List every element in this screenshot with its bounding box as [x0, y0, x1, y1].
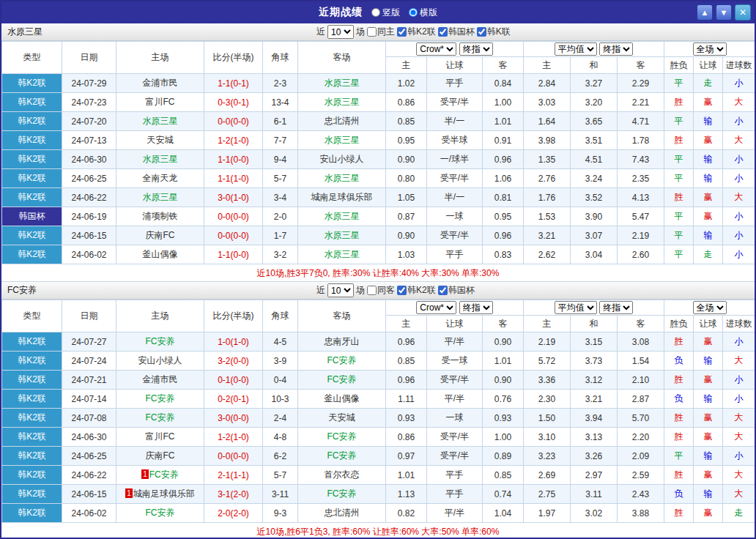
away-team-name: FC安养: [327, 355, 357, 365]
corner-cell: 13-4: [263, 93, 298, 112]
section-header: 水原三星 近 10 场 同主 韩K2联韩国杯韩K联: [1, 23, 755, 41]
match-row: 韩K2联24-06-25全南天龙1-1(1-0)5-7水原三星0.80受平/半1…: [2, 169, 755, 188]
league-filter[interactable]: 韩K联: [477, 26, 511, 38]
result-cell: 负: [664, 352, 694, 371]
asian-handicap-cell: 半/一: [427, 188, 483, 207]
league-checkbox[interactable]: [438, 286, 448, 295]
match-date-cell: 24-07-20: [62, 112, 116, 131]
away-team-name: 水原三星: [325, 173, 360, 183]
recent-count-select[interactable]: 10: [327, 283, 354, 297]
score-cell: 1-1(1-0): [204, 169, 263, 188]
euro-home-odds-cell: 2.84: [524, 74, 571, 93]
matches-table: 类型 日期 主场 比分(半场) 角球 客场 Crow* 终指 平均值 终指: [1, 300, 755, 523]
horizontal-layout-label: 横版: [420, 7, 437, 19]
col-header-away: 客场: [298, 300, 386, 332]
layout-option-vertical[interactable]: 竖版: [371, 7, 400, 19]
scope-select[interactable]: 全场: [693, 42, 727, 56]
home-team-name: 富川FC: [146, 431, 175, 442]
asian-final-odds-select[interactable]: 终指: [459, 42, 493, 56]
league-checkbox[interactable]: [477, 27, 486, 37]
result-cell: 胜: [664, 371, 694, 390]
result-cell: 胜: [664, 409, 694, 428]
away-team-name: 首尔衣恋: [325, 469, 360, 480]
euro-final-odds-select[interactable]: 终指: [599, 42, 633, 56]
league-filter[interactable]: 韩国杯: [438, 26, 475, 38]
average-odds-select[interactable]: 平均值: [555, 301, 597, 314]
home-team-cell: 富川FC: [116, 93, 204, 112]
same-venue-filter[interactable]: 同主: [367, 26, 395, 38]
col-header-asian-away: 客: [483, 316, 524, 332]
home-team-cell: 全南天龙: [116, 169, 204, 188]
vertical-layout-radio[interactable]: [371, 8, 380, 17]
corner-cell: 2-4: [263, 409, 298, 428]
match-row: 韩K2联24-06-02釜山偶像1-1(0-0)3-2水原三星1.03平手0.8…: [2, 245, 755, 264]
move-up-button[interactable]: ▲: [697, 4, 713, 21]
layout-option-horizontal[interactable]: 横版: [409, 7, 437, 19]
asian-away-odds-cell: 1.01: [483, 352, 524, 371]
col-header-goals: 进球数: [723, 57, 755, 74]
col-header-euro-away: 客: [618, 57, 664, 74]
asian-away-odds-cell: 0.84: [483, 74, 524, 93]
same-venue-filter[interactable]: 同客: [367, 284, 395, 297]
average-odds-select[interactable]: 平均值: [555, 42, 597, 56]
away-team-cell: 水原三星: [298, 93, 386, 112]
home-team-name: 金浦市民: [143, 374, 178, 384]
same-venue-label: 同主: [377, 26, 395, 38]
asian-handicap-cell: 半/一: [427, 112, 483, 131]
matches-table: 类型 日期 主场 比分(半场) 角球 客场 Crow* 终指 平均值 终指: [1, 41, 755, 264]
col-header-type: 类型: [2, 300, 62, 332]
match-row: 韩K2联24-06-221FC安养2-1(1-1)5-7首尔衣恋1.01平手0.…: [2, 466, 755, 485]
asian-final-odds-select[interactable]: 终指: [459, 301, 493, 314]
league-checkbox[interactable]: [397, 286, 407, 295]
bookmaker-select[interactable]: Crow*: [416, 301, 456, 314]
corner-cell: 0-4: [263, 371, 298, 390]
scope-controls: 全场: [664, 300, 755, 316]
asian-home-odds-cell: 0.86: [386, 93, 427, 112]
home-team-cell: 1城南足球俱乐部: [116, 485, 204, 504]
section-team-title: FC安养: [7, 284, 37, 297]
home-team-cell: FC安养: [116, 504, 204, 523]
league-label: 韩国杯: [448, 26, 475, 38]
close-button[interactable]: ✕: [735, 4, 751, 21]
score-cell: 1-1(0-0): [204, 150, 263, 169]
euro-draw-odds-cell: 3.27: [571, 74, 618, 93]
away-team-cell: FC安养: [298, 371, 386, 390]
asian-home-odds-cell: 1.02: [386, 74, 427, 93]
corner-cell: 3-2: [263, 245, 298, 264]
recent-count-select[interactable]: 10: [327, 25, 354, 39]
goals-result-cell: 大: [723, 93, 755, 112]
asian-away-odds-cell: 0.90: [483, 332, 524, 352]
league-type-cell: 韩K2联: [2, 245, 62, 264]
bookmaker-select[interactable]: Crow*: [416, 42, 456, 56]
horizontal-layout-radio[interactable]: [409, 8, 418, 17]
asian-home-odds-cell: 1.05: [386, 188, 427, 207]
move-down-button[interactable]: ▼: [716, 4, 732, 21]
titlebar-center-group: 近期战绩 竖版 横版: [319, 6, 437, 19]
handicap-result-cell: 输: [694, 169, 723, 188]
same-venue-checkbox[interactable]: [367, 27, 377, 37]
match-date-cell: 24-06-02: [62, 245, 116, 264]
league-filter[interactable]: 韩K2联: [397, 284, 436, 297]
scope-select[interactable]: 全场: [693, 301, 727, 314]
euro-final-odds-select[interactable]: 终指: [599, 301, 633, 314]
home-team-name: 水原三星: [143, 192, 178, 202]
col-header-asian-handicap: 让球: [427, 57, 483, 74]
euro-home-odds-cell: 1.76: [524, 188, 571, 207]
asian-home-odds-cell: 1.03: [386, 245, 427, 264]
handicap-result-cell: 赢: [694, 409, 723, 428]
league-filter[interactable]: 韩国杯: [438, 284, 475, 297]
home-team-name: 釜山偶像: [143, 249, 178, 259]
euro-draw-odds-cell: 3.20: [571, 93, 618, 112]
asian-away-odds-cell: 0.74: [483, 485, 524, 504]
handicap-result-cell: 输: [694, 352, 723, 371]
same-venue-checkbox[interactable]: [367, 286, 377, 295]
league-filter[interactable]: 韩K2联: [397, 26, 436, 38]
league-label: 韩K2联: [407, 26, 436, 38]
league-checkbox[interactable]: [397, 27, 407, 37]
asian-home-odds-cell: 0.85: [386, 352, 427, 371]
league-checkbox[interactable]: [438, 27, 448, 37]
away-team-cell: 水原三星: [298, 74, 386, 93]
league-type-cell: 韩K2联: [2, 409, 62, 428]
away-team-cell: FC安养: [298, 428, 386, 447]
away-team-name: 忠南牙山: [325, 336, 360, 346]
